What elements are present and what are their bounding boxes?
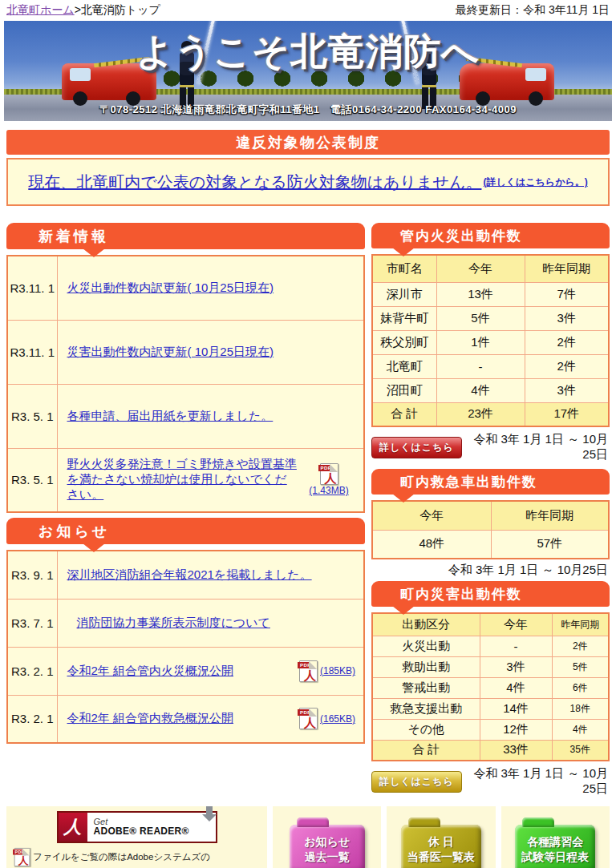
left-column: 新着情報 R3.11. 1 火災出動件数内訳更新( 10月25日現在) R3.1… xyxy=(6,223,365,744)
city-name: 深川市 xyxy=(372,282,436,306)
notices-archive-button[interactable]: お知らせ 過去一覧 xyxy=(290,825,365,868)
disaster-details-button[interactable]: 詳しくはこちら xyxy=(371,771,462,793)
fire-stats-header: 管内火災出動件数 xyxy=(371,223,610,248)
table-row: R3. 5. 1 各種申請、届出用紙を更新しました。 xyxy=(7,384,364,448)
notice-link[interactable]: 消防団協力事業所表示制度について xyxy=(77,616,270,629)
total-this-year: 23件 xyxy=(436,402,525,426)
column-header: 市町名 xyxy=(372,255,436,282)
count-last-year: 57件 xyxy=(491,530,609,559)
training-schedule-cell: 各種講習会 試験等日程表 xyxy=(501,806,610,868)
table-row: 妹背牛町5件3件 xyxy=(372,306,609,330)
notice-link[interactable]: 令和2年 組合管内火災概況公開 xyxy=(67,664,294,679)
table-header-row: 出動区分 今年 昨年同期 xyxy=(372,613,609,636)
ambulance-stats-header: 町内救急車出動件数 xyxy=(371,469,610,495)
news-link[interactable]: 火災出動件数内訳更新( 10月25日現在) xyxy=(67,281,274,294)
column-header: 昨年同期 xyxy=(491,501,609,530)
fire-details-button[interactable]: 詳しくはこちら xyxy=(371,437,462,458)
violation-more-link[interactable]: (詳しくはこちらから。) xyxy=(483,176,587,189)
total-last-year: 35件 xyxy=(552,740,609,761)
breadcrumb-current: 北竜消防トップ xyxy=(81,3,160,16)
table-row: 沼田町4件3件 xyxy=(372,378,609,402)
table-header-row: 市町名 今年 昨年同期 xyxy=(372,255,609,282)
ambulance-stats-period: 令和 3年 1月 1日 ～ 10月25日 xyxy=(371,563,610,578)
dispatch-type: 救急支援出動 xyxy=(372,698,480,719)
fire-dept-homepage: 北竜町ホーム>北竜消防トップ 最終更新日：令和 3年11月 1日 ようこそ北竜消… xyxy=(0,0,616,868)
column-header: 今年 xyxy=(436,255,525,282)
button-label-line1: 休 日 xyxy=(428,835,454,848)
count-this-year: 3件 xyxy=(480,656,552,677)
disaster-stats-header: 町内災害出動件数 xyxy=(371,581,610,607)
count-last-year: 18件 xyxy=(552,698,609,719)
get-adobe-reader-badge[interactable]: 人 Get ADOBE® READER® xyxy=(57,811,217,843)
news-table: R3.11. 1 火災出動件数内訳更新( 10月25日現在) R3.11. 1 … xyxy=(6,255,365,513)
news-date: R3. 5. 1 xyxy=(7,384,57,448)
banner-address: 〒078-2512 北海道雨竜郡北竜町字和11番地1 電話0164-34-220… xyxy=(4,103,612,117)
table-row: R3. 7. 1 消防団協力事業所表示制度について xyxy=(7,599,364,647)
table-row: 救助出動3件5件 xyxy=(372,656,609,677)
count-this-year: 12件 xyxy=(480,719,552,740)
total-last-year: 17件 xyxy=(525,402,609,426)
training-schedule-button[interactable]: 各種講習会 試験等日程表 xyxy=(515,825,595,868)
city-name: 妹背牛町 xyxy=(372,306,436,330)
pdf-size-link[interactable]: (185KB) xyxy=(320,665,355,676)
table-row: 48件 57件 xyxy=(372,530,609,559)
news-link[interactable]: 各種申請、届出用紙を更新しました。 xyxy=(67,409,274,422)
table-row: その他12件4件 xyxy=(372,719,609,740)
notice-link[interactable]: 深川地区消防組合年報2021を掲載しました。 xyxy=(67,567,312,581)
table-total-row: 合 計33件35件 xyxy=(372,740,609,761)
news-date: R3. 5. 1 xyxy=(7,448,57,512)
news-link[interactable]: 災害出動件数内訳更新( 10月25日現在) xyxy=(67,345,274,358)
table-row: R3. 5. 1 野火火災多発注意！ゴミ野焼きや設置基準を満たさない焼却炉は使用… xyxy=(7,448,364,512)
count-last-year: 5件 xyxy=(552,656,609,677)
count-last-year: 2件 xyxy=(525,330,609,354)
pdf-size-link[interactable]: (1.43MB) xyxy=(309,485,348,496)
notices-section-header: お知らせ xyxy=(6,518,365,544)
news-section-header: 新着情報 xyxy=(6,223,365,249)
table-row: R3. 9. 1 深川地区消防組合年報2021を掲載しました。 xyxy=(7,551,364,599)
holiday-doctor-list-button[interactable]: 休 日 当番医一覧表 xyxy=(401,825,481,868)
table-row: R3. 2. 1 令和2年 組合管内救急概況公開 PDF人 (165KB) xyxy=(7,695,364,743)
total-label: 合 計 xyxy=(372,740,480,761)
notice-date: R3. 2. 1 xyxy=(7,695,57,743)
column-header: 昨年同期 xyxy=(525,255,609,282)
dispatch-type: 救助出動 xyxy=(372,656,480,677)
notice-date: R3. 2. 1 xyxy=(7,647,57,695)
news-link[interactable]: 野火火災多発注意！ゴミ野焼きや設置基準を満たさない焼却炉は使用しないでください。 xyxy=(67,457,298,503)
pdf-icon: PDF人 xyxy=(320,463,338,485)
count-last-year: 4件 xyxy=(552,719,609,740)
breadcrumb: 北竜町ホーム>北竜消防トップ xyxy=(6,3,160,18)
count-last-year: 3件 xyxy=(525,306,609,330)
total-label: 合 計 xyxy=(372,402,436,426)
count-this-year: 4件 xyxy=(480,677,552,698)
violation-notice-box: 現在、北竜町内で公表の対象となる防火対象物はありません。 (詳しくはこちらから。… xyxy=(6,158,610,206)
count-this-year: 48件 xyxy=(372,530,491,559)
notice-link[interactable]: 令和2年 組合管内救急概況公開 xyxy=(67,711,294,726)
dispatch-type: 警戒出動 xyxy=(372,677,480,698)
column-header: 昨年同期 xyxy=(552,613,609,636)
disaster-stats-table: 出動区分 今年 昨年同期 火災出動-2件 救助出動3件5件 警戒出動4件6件 救… xyxy=(371,612,610,761)
adobe-logo-icon: 人 xyxy=(59,813,87,842)
notices-archive-cell: お知らせ 過去一覧 xyxy=(273,806,381,868)
column-header: 出動区分 xyxy=(372,613,480,636)
table-row: 警戒出動4件6件 xyxy=(372,677,609,698)
table-row: 深川市13件7件 xyxy=(372,282,609,306)
count-this-year: 4件 xyxy=(436,378,525,402)
news-date: R3.11. 1 xyxy=(7,256,57,320)
total-this-year: 33件 xyxy=(480,740,552,761)
right-column: 管内火災出動件数 市町名 今年 昨年同期 深川市13件7件 妹背牛町5件3件 秩… xyxy=(371,223,610,797)
table-row: R3. 2. 1 令和2年 組合管内火災概況公開 PDF人 (185KB) xyxy=(7,647,364,695)
violation-message-link[interactable]: 現在、北竜町内で公表の対象となる防火対象物はありません。 xyxy=(28,172,481,193)
adobe-description: PDF人ファイルをご覧の際はAdobeシステムズのAdobeReaderが必要と… xyxy=(13,846,261,868)
count-this-year: - xyxy=(436,354,525,378)
top-bar: 北竜町ホーム>北竜消防トップ 最終更新日：令和 3年11月 1日 xyxy=(0,0,616,19)
news-section-title: 新着情報 xyxy=(6,227,109,246)
dispatch-type: 火災出動 xyxy=(372,636,480,656)
table-row: 北竜町-2件 xyxy=(372,354,609,378)
holiday-doctor-cell: 休 日 当番医一覧表 xyxy=(387,806,495,868)
pdf-size-link[interactable]: (165KB) xyxy=(320,713,355,725)
breadcrumb-home-link[interactable]: 北竜町ホーム xyxy=(6,3,75,16)
table-row: R3.11. 1 災害出動件数内訳更新( 10月25日現在) xyxy=(7,320,364,384)
count-this-year: 13件 xyxy=(436,282,525,306)
welcome-banner: ようこそ北竜消防へ 〒078-2512 北海道雨竜郡北竜町字和11番地1 電話0… xyxy=(4,21,612,121)
pdf-icon: PDF人 xyxy=(14,848,30,866)
